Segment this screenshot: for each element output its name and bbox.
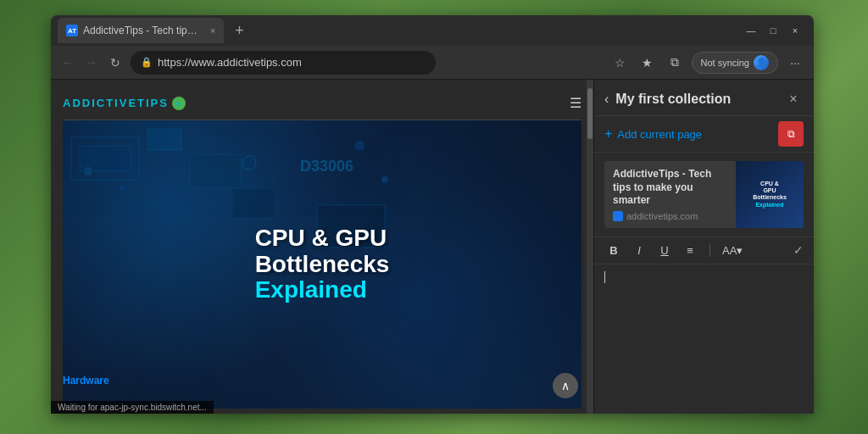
hero-image: D33006 CPU & GPU Bottlenecks Explained — [63, 120, 581, 409]
svg-rect-6 — [147, 129, 181, 150]
tab-favicon: AT — [66, 25, 78, 36]
thumb-line1: CPU & — [753, 181, 787, 187]
bold-button[interactable]: B — [604, 242, 623, 259]
hero-title-line2: Bottlenecks — [255, 252, 390, 278]
svg-point-14 — [354, 141, 364, 151]
italic-button[interactable]: I — [630, 242, 648, 259]
hardware-link[interactable]: Hardware — [63, 375, 109, 387]
collection-item-thumbnail: CPU & GPU Bottlenecks Explained — [736, 161, 804, 228]
add-page-row[interactable]: + Add current page ⧉ — [594, 116, 814, 153]
refresh-button[interactable]: ↻ — [107, 56, 124, 70]
title-bar: AT AddictiveTips - Tech tips to ma… × + … — [51, 15, 814, 46]
browser-content: ADDICTIVETIPS+ ☰ — [51, 80, 814, 414]
new-tab-button[interactable]: + — [227, 19, 251, 42]
panel-header: ‹ My first collection × — [594, 80, 814, 116]
share-icon[interactable]: ⧉ — [665, 55, 685, 70]
lock-icon: 🔒 — [141, 57, 153, 68]
panel-close-button[interactable]: × — [783, 92, 804, 107]
site-header: ADDICTIVETIPS+ ☰ — [63, 88, 581, 120]
toolbar-icons: ☆ ★ ⧉ Not syncing 👤 ··· — [610, 52, 805, 74]
hero-title-line1: CPU & GPU — [255, 225, 390, 252]
maximize-button[interactable]: □ — [768, 25, 778, 36]
panel-back-button[interactable]: ‹ — [604, 92, 609, 107]
collection-item-title: AddictiveTips - Tech tips to make you sm… — [613, 168, 727, 208]
svg-point-15 — [381, 176, 388, 183]
more-menu-icon[interactable]: ··· — [785, 56, 805, 70]
window-close-button[interactable]: × — [790, 25, 800, 36]
forward-button[interactable]: → — [83, 56, 100, 70]
scroll-top-button[interactable]: ∧ — [553, 373, 578, 398]
svg-rect-7 — [190, 154, 241, 188]
hamburger-menu-icon[interactable]: ☰ — [570, 95, 581, 111]
svg-point-10 — [242, 156, 256, 170]
domain-text: addictivetips.com — [626, 211, 698, 221]
panel-title: My first collection — [615, 92, 776, 107]
thumb-line4: Explained — [753, 202, 787, 209]
site-logo: ADDICTIVETIPS+ — [63, 97, 186, 110]
scrollbar[interactable] — [587, 80, 593, 414]
svg-point-4 — [84, 167, 92, 175]
thumb-text-block: CPU & GPU Bottlenecks Explained — [749, 177, 790, 213]
view-toggle-icon: ⧉ — [787, 128, 795, 140]
text-cursor — [604, 271, 605, 283]
add-page-label: Add current page — [617, 128, 702, 141]
collection-item[interactable]: AddictiveTips - Tech tips to make you sm… — [604, 161, 804, 228]
active-tab[interactable]: AT AddictiveTips - Tech tips to ma… × — [58, 18, 224, 43]
sync-label: Not syncing — [701, 58, 749, 68]
confirm-button[interactable]: ✓ — [793, 243, 804, 257]
collections-panel: ‹ My first collection × + Add current pa… — [593, 80, 814, 414]
status-bar: Waiting for apac-jp-sync.bidswitch.net..… — [51, 401, 214, 414]
add-icon: + — [604, 126, 612, 142]
logo-accent: TIPS — [137, 97, 169, 109]
address-bar: ← → ↻ 🔒 https://www.addictivetips.com ☆ … — [51, 46, 814, 80]
collection-item-domain: addictivetips.com — [613, 211, 727, 221]
sync-avatar: 👤 — [754, 55, 769, 70]
svg-text:D33006: D33006 — [300, 158, 353, 175]
sync-button[interactable]: Not syncing 👤 — [692, 52, 778, 74]
thumb-line2: GPU — [753, 187, 787, 194]
url-display: https://www.addictivetips.com — [158, 56, 302, 69]
address-input-container[interactable]: 🔒 https://www.addictivetips.com — [131, 51, 436, 75]
minimize-button[interactable]: — — [746, 25, 756, 36]
toolbar-separator — [709, 243, 710, 257]
tab-close-button[interactable]: × — [210, 25, 215, 36]
scrollbar-thumb[interactable] — [587, 88, 593, 139]
status-text: Waiting for apac-jp-sync.bidswitch.net..… — [58, 403, 207, 412]
back-button[interactable]: ← — [59, 56, 76, 70]
svg-point-5 — [120, 186, 125, 191]
collections-icon[interactable]: ★ — [637, 56, 658, 70]
browser-window: AT AddictiveTips - Tech tips to ma… × + … — [51, 15, 814, 414]
logo-text: ADDICTIVE — [63, 97, 137, 109]
font-size-button[interactable]: AA▾ — [721, 242, 739, 259]
logo-plus: + — [172, 97, 186, 110]
website-content: ADDICTIVETIPS+ ☰ — [51, 80, 593, 414]
hero-text-block: CPU & GPU Bottlenecks Explained — [238, 209, 407, 320]
thumb-line3: Bottlenecks — [753, 194, 787, 201]
favorites-star-icon[interactable]: ☆ — [610, 56, 631, 70]
window-controls: — □ × — [746, 25, 807, 36]
format-toolbar: B I U ≡ AA▾ ✓ — [594, 236, 814, 264]
tab-title: AddictiveTips - Tech tips to ma… — [83, 25, 202, 36]
domain-favicon-icon — [613, 211, 623, 221]
webpage-area: ADDICTIVETIPS+ ☰ — [51, 80, 593, 414]
notes-area[interactable] — [594, 264, 814, 414]
list-button[interactable]: ≡ — [681, 242, 699, 259]
underline-button[interactable]: U — [655, 242, 674, 259]
view-toggle-button[interactable]: ⧉ — [778, 121, 804, 147]
collection-item-info: AddictiveTips - Tech tips to make you sm… — [604, 161, 736, 228]
hero-title-line3: Explained — [255, 277, 390, 303]
